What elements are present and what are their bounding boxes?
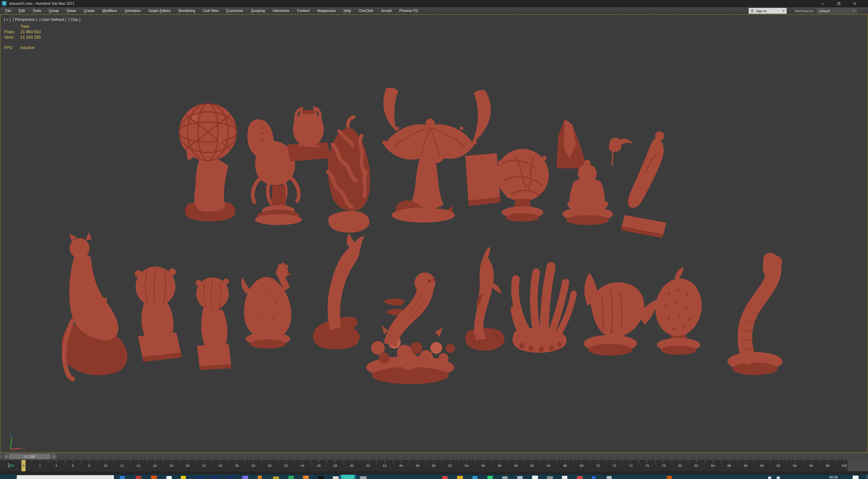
taskbar-icon-25[interactable] [547,476,553,479]
statue-coral-splash-column[interactable] [328,117,370,232]
taskbar-icon-0[interactable] [17,475,114,479]
taskbar-icon-6[interactable] [196,476,203,479]
menu-modifiers[interactable]: Modifiers [98,7,121,14]
taskbar-icon-27[interactable] [577,476,583,479]
menu-phoenix-fd[interactable]: Phoenix FD [395,7,422,14]
taskbar-icon-4[interactable] [166,476,172,479]
taskbar-icon-19[interactable] [457,476,463,479]
workspace-select[interactable]: Default ▼ [816,8,857,13]
menu-views[interactable]: Views [63,7,80,14]
statue-leaning-figure-on-slab[interactable] [621,131,666,238]
statue-dolphin-on-wave[interactable] [465,247,504,351]
taskbar-icon-9[interactable] [242,476,248,479]
taskbar-icon-7[interactable] [212,476,218,479]
statue-amphora-urn[interactable] [287,108,331,162]
menu-civil-view[interactable]: Civil View [199,7,222,14]
statue-octopus-on-pedestal[interactable] [247,119,302,225]
taskbar-icon-31[interactable] [768,477,771,479]
taskbar-icon-33[interactable] [852,476,859,479]
ruler-label-54: 54 [462,464,471,468]
statue-atlas-celestial-globe[interactable] [179,103,237,221]
taskbar-icon-14[interactable] [318,476,324,479]
minimize-button[interactable] [818,0,828,7]
ruler-label-40: 40 [347,464,356,468]
taskbar-icon-18[interactable] [442,476,447,479]
menu-file[interactable]: File [1,7,15,14]
restore-button[interactable] [834,0,844,7]
taskbar-icon-3[interactable] [151,476,157,479]
statue-cobra-on-base[interactable] [727,255,782,375]
track-bar-ruler[interactable]: 0246810121416182022242628303234363840424… [0,460,868,471]
taskbar-icon-10[interactable] [258,476,262,479]
taskbar-icon-22[interactable] [502,476,508,479]
menu-interactive[interactable]: Interactive [269,7,293,14]
taskbar-clock[interactable]: 08:39 [829,475,838,479]
viewport-label-segment-1[interactable]: [ Perspective ] [13,18,37,22]
taskbar-icon-1[interactable] [120,476,125,479]
menu-help[interactable]: Help [340,7,355,14]
taskbar-icon-8[interactable] [227,476,234,479]
taskbar-icon-5[interactable] [181,476,186,479]
menu-content[interactable]: Content [293,7,313,14]
ruler-tick [384,460,385,463]
menu-animation[interactable]: Animation [121,7,145,14]
taskbar-icon-11[interactable] [273,477,279,479]
taskbar-icon-2[interactable] [135,476,142,479]
menu-group[interactable]: Group [45,7,63,14]
viewport-3d[interactable]: x z [ + ][ Perspective ][ User Defined ]… [0,14,868,453]
menu-scripting[interactable]: Scripting [247,7,269,14]
menu-arnold[interactable]: Arnold [377,7,395,14]
statue-pinecone-fish[interactable] [652,267,706,355]
statue-panther-on-rock[interactable] [62,232,127,379]
taskbar-icon-20[interactable] [472,476,477,479]
time-slider[interactable]: 0 / 100 [9,454,51,459]
menu-rendering[interactable]: Rendering [175,7,199,14]
statue-lion-recumbent-large[interactable] [135,266,182,362]
statue-buddha-on-lotus[interactable] [557,119,633,225]
viewport-label-segment-3[interactable]: [ Clay ] [68,18,81,22]
taskbar-icon-17[interactable] [360,476,367,479]
taskbar-icon-23[interactable] [517,476,523,479]
menu-oneclick[interactable]: OneClick [355,7,377,14]
menu-edit[interactable]: Edit [15,7,29,14]
taskbar-icon-28[interactable] [592,476,595,479]
taskbar-icon-29[interactable] [607,476,612,479]
taskbar-icon-32[interactable] [777,477,780,479]
windows-taskbar[interactable]: 08:39 [0,475,868,479]
ruler-tick [762,460,762,463]
menu-graph-editors[interactable]: Graph Editors [145,7,175,14]
3ds-max-logo-icon[interactable]: 3 [2,1,7,6]
taskbar-icon-13[interactable] [303,476,309,479]
statue-koi-flower-fountain[interactable] [366,273,455,384]
toolbar-grip-handle[interactable] [0,454,2,459]
sign-in-button[interactable]: Sign In ▼ [749,8,786,14]
menu-create[interactable]: Create [80,7,98,14]
taskbar-icon-21[interactable] [487,476,493,479]
statue-medusa-snake-sphere[interactable] [496,149,549,222]
taskbar-icon-26[interactable] [562,476,567,479]
statue-dragon-head-bust[interactable] [584,273,658,356]
ruler-tick [114,460,114,463]
close-button[interactable] [849,0,860,7]
menu-megascans[interactable]: Megascans [313,7,340,14]
menu-tools[interactable]: Tools [29,7,45,14]
taskbar-icon-24[interactable] [532,476,538,479]
statue-phoenix-antler-fountain[interactable] [382,88,500,223]
mini-curve-editor-button[interactable] [6,462,14,470]
next-frame-button[interactable]: > [52,454,56,459]
taskbar-icon-12[interactable] [288,476,294,479]
statue-sea-anemone-tentacles[interactable] [513,266,574,353]
previous-frame-button[interactable]: < [4,454,8,459]
statue-orca-breaching[interactable] [313,234,364,349]
viewport-label-segment-0[interactable]: [ + ] [4,18,11,22]
statue-lion-recumbent-small[interactable] [195,278,231,370]
ruler-tick [253,460,253,463]
ruler-tick [409,460,409,463]
taskbar-icon-16[interactable] [341,475,354,479]
viewport-label-segment-2[interactable]: [ User Defined ] [39,18,66,22]
taskbar-icon-30[interactable] [667,476,672,479]
taskbar-icon-15[interactable] [333,476,339,479]
show-desktop-button[interactable] [867,475,867,479]
statue-rooster[interactable] [241,263,292,348]
menu-customize[interactable]: Customize [222,7,247,14]
